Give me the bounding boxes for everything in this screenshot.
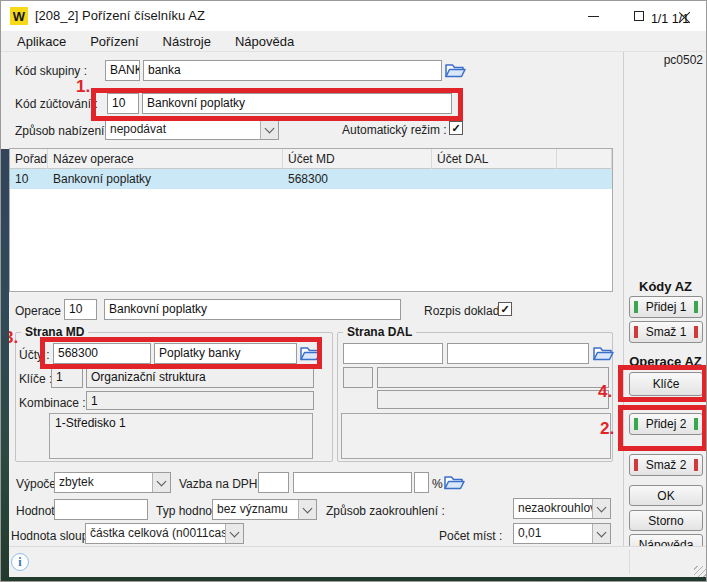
kombinace-label: Kombinace : — [19, 396, 86, 410]
page-indicator: 1/1 1/1 — [637, 12, 703, 26]
ucty-md-account-input[interactable]: 568300 — [53, 343, 151, 364]
chevron-down-icon — [592, 524, 610, 543]
automaticky-rezim-label: Automatický režim : — [342, 123, 447, 137]
hodnota-input[interactable] — [54, 499, 148, 520]
menu-porizeni[interactable]: Pořízení — [78, 31, 150, 52]
kod-skupiny-lookup-button[interactable] — [444, 61, 466, 80]
chevron-down-icon — [298, 500, 316, 519]
open-folder-icon — [299, 344, 321, 363]
ucty-dal-lookup-button[interactable] — [592, 344, 614, 363]
cell-nazev: Bankovní poplatky — [48, 169, 283, 189]
kombinace-dal-field[interactable] — [377, 390, 609, 409]
ucty-dal-account-input[interactable] — [343, 343, 443, 364]
chevron-down-icon — [225, 524, 243, 543]
red-indicator-bar — [634, 326, 638, 338]
ucty-dal-name-input[interactable] — [447, 343, 589, 364]
typ-hodnoty-select[interactable]: bez významu — [212, 499, 317, 520]
dal-combination-list[interactable] — [341, 413, 611, 459]
annotation-2: 2. — [600, 419, 614, 439]
cell-ucet-md: 568300 — [283, 169, 432, 189]
ucty-md-lookup-button[interactable] — [299, 344, 321, 363]
green-indicator-bar — [634, 418, 638, 430]
cell-ucet-dal — [432, 169, 557, 189]
strana-dal-title: Strana DAL — [343, 325, 416, 339]
vazba-dph-name-input[interactable] — [293, 472, 412, 493]
pridej2-button[interactable]: Přidej 2 — [629, 413, 703, 435]
smaz1-button[interactable]: Smaž 1 — [629, 321, 703, 343]
minimize-icon — [588, 16, 599, 17]
col-poradi[interactable]: Pořadí — [10, 149, 48, 169]
vazba-dph-lookup-button[interactable] — [443, 473, 465, 492]
status-bar: i — [1, 546, 706, 577]
zpusob-zaokrouhleni-select[interactable]: nezaokrouhlovat — [513, 498, 611, 519]
title-bar: W [208_2] Pořízení číselníku AZ — [1, 1, 706, 31]
kod-skupiny-name-input[interactable]: banka — [143, 60, 442, 81]
kod-skupiny-code-input[interactable]: BANK — [105, 60, 140, 81]
vazba-dph-percent-input[interactable] — [414, 472, 429, 493]
operace-code-input[interactable]: 10 — [64, 299, 97, 320]
klice-md-label: Klíče : — [19, 372, 52, 386]
chevron-down-icon — [592, 499, 610, 518]
kod-zuctovani-code-input[interactable]: 10 — [107, 93, 139, 114]
computer-id: pc0502 — [623, 53, 703, 67]
vazba-dph-code-input[interactable] — [258, 472, 289, 493]
open-folder-icon — [443, 473, 465, 492]
vypocet-select[interactable]: zbytek — [54, 472, 171, 493]
cell-empty — [557, 169, 612, 189]
col-ucet-md[interactable]: Účet MD — [283, 149, 432, 169]
annotation-1: 1. — [76, 77, 90, 97]
hodnota-sloupce-value: částka celková (n0011castk) — [86, 524, 225, 543]
col-ucet-dal[interactable]: Účet DAL — [432, 149, 557, 169]
menu-aplikace[interactable]: Aplikace — [5, 31, 78, 52]
klice-button[interactable]: Klíče — [629, 372, 703, 396]
strana-md-title: Strana MD — [21, 325, 88, 339]
pocet-mist-label: Počet míst : — [439, 529, 502, 543]
klice-dal-name-field[interactable] — [377, 367, 609, 388]
kod-zuctovani-name-input[interactable]: Bankovní poplatky — [142, 93, 452, 114]
green-indicator-bar — [694, 418, 698, 430]
smaz2-label: Smaž 2 — [646, 458, 687, 472]
kombinace-field[interactable]: 1 — [86, 391, 314, 410]
storno-button[interactable]: Storno — [629, 510, 703, 531]
pocet-mist-select[interactable]: 0,01 — [513, 523, 611, 544]
vazba-dph-label: Vazba na DPH: — [179, 477, 261, 491]
app-logo-icon: W — [10, 7, 28, 25]
operace-name-input[interactable]: Bankovní poplatky — [104, 299, 401, 320]
smaz2-button[interactable]: Smaž 2 — [629, 454, 703, 476]
ok-button[interactable]: OK — [629, 485, 703, 506]
typ-hodnoty-value: bez významu — [213, 500, 298, 519]
desktop-background-strip — [1, 577, 707, 582]
minimize-button[interactable] — [570, 1, 616, 31]
klice-dal-code-field[interactable] — [343, 367, 373, 388]
automaticky-rezim-checkbox[interactable]: ✓ — [449, 121, 463, 135]
menu-napoveda[interactable]: Nápověda — [223, 31, 306, 52]
ucty-md-name-input[interactable]: Poplatky banky — [154, 343, 297, 364]
hodnota-sloupce-select[interactable]: částka celková (n0011castk) — [85, 523, 244, 544]
annotation-4: 4. — [598, 382, 612, 402]
menu-nastroje[interactable]: Nástroje — [151, 31, 223, 52]
green-indicator-bar — [634, 301, 638, 313]
klice-md-name-field[interactable]: Organizační struktura — [86, 367, 314, 388]
ucty-label: Účty : — [19, 348, 50, 362]
pridej2-label: Přidej 2 — [646, 417, 687, 431]
smaz1-label: Smaž 1 — [646, 325, 687, 339]
pridej1-button[interactable]: Přidej 1 — [629, 296, 703, 318]
desktop-background-strip — [1, 149, 9, 582]
kody-az-heading: Kódy AZ — [623, 279, 707, 294]
col-nazev-operace[interactable]: Název operace — [48, 149, 283, 169]
operace-az-heading: Operace AZ — [623, 354, 707, 369]
rozpis-dokladu-checkbox[interactable]: ✓ — [498, 302, 512, 316]
col-empty — [557, 149, 612, 169]
klice-md-code-field[interactable]: 1 — [51, 367, 83, 388]
md-combination-list[interactable]: 1-Středisko 1 — [49, 413, 313, 459]
operace-label: Operace : — [15, 304, 68, 318]
chevron-down-icon — [260, 120, 278, 139]
cell-poradi: 10 — [10, 169, 48, 189]
zpusob-nabizeni-value: nepodávat — [106, 120, 260, 139]
app-window: W [208_2] Pořízení číselníku AZ Aplikace… — [0, 0, 707, 582]
zpusob-zaokrouhleni-value: nezaokrouhlovat — [514, 499, 592, 518]
kod-zuctovani-label: Kód zúčtování : — [15, 97, 98, 111]
pridej1-label: Přidej 1 — [646, 300, 687, 314]
table-row[interactable]: 10 Bankovní poplatky 568300 — [10, 169, 612, 189]
zpusob-nabizeni-select[interactable]: nepodávat — [105, 119, 279, 140]
